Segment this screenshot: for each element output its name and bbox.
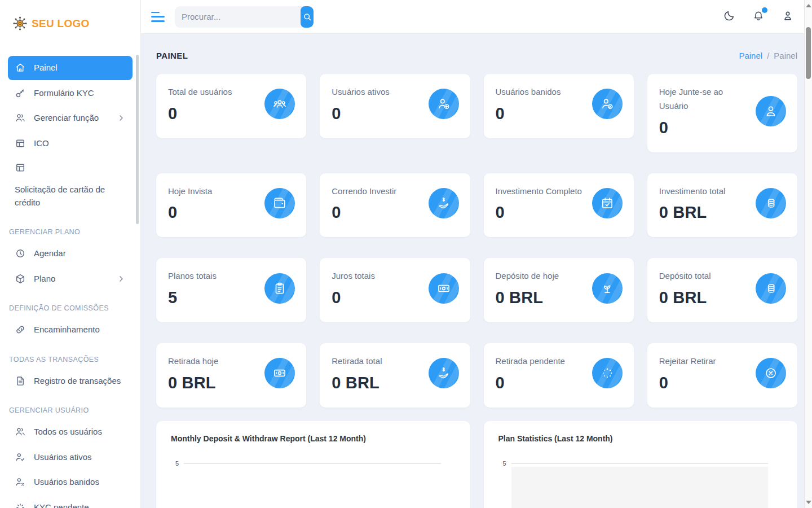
sidebar-item-label: Todos os usuários	[34, 426, 126, 439]
stat-info: Planos totais5	[168, 269, 259, 307]
stat-icon-circle	[756, 273, 786, 304]
sidebar-item-usuarios-ativos[interactable]: Usuários ativos	[8, 445, 133, 470]
stat-title: Usuários ativos	[332, 85, 422, 99]
sidebar-item-usuarios-banidos[interactable]: Usuários banidos	[8, 470, 133, 494]
scroll-up-arrow-icon[interactable]	[806, 4, 811, 7]
chart-plot-area: 5	[171, 460, 456, 467]
wallet-icon	[272, 196, 287, 211]
stat-info: Usuários ativos0	[332, 85, 422, 123]
breadcrumb: Painel / Painel	[739, 51, 797, 60]
sidebar-section-gerenciar-usuario: GERENCIAR USUÁRIO	[9, 406, 131, 414]
scroll-down-arrow-icon[interactable]	[806, 501, 811, 504]
brand-logo-icon	[12, 16, 28, 31]
stat-info: Hoje Junte-se ao Usuário0	[659, 85, 750, 137]
money-bill-icon	[272, 366, 287, 380]
notifications-button[interactable]	[751, 10, 766, 24]
sidebar-item-encaminhamento[interactable]: Encaminhamento	[8, 318, 133, 342]
stat-card-retirada-hoje: Retirada hoje0 BRL	[156, 343, 306, 408]
clipboard-icon	[272, 281, 287, 296]
sidebar-item-registro-de-transacoes[interactable]: Registro de transações	[8, 369, 133, 393]
sidebar-nav: PainelFormulário KYCGerenciar funçãoICOS…	[8, 56, 133, 508]
sidebar-item-todos-os-usuarios[interactable]: Todos os usuários	[8, 420, 133, 444]
stat-icon-circle	[264, 89, 295, 119]
search-input[interactable]	[175, 12, 301, 21]
sidebar-item-formulario-kyc[interactable]: Formulário KYC	[8, 81, 133, 106]
user-x-badge-icon	[600, 97, 615, 111]
sidebar-item-solicitacao-de-cartao-de-credito[interactable]: Solicitação de cartão de crédito	[8, 156, 133, 214]
dark-mode-button[interactable]	[722, 10, 736, 24]
sidebar-item-gerenciar-funcao[interactable]: Gerenciar função	[8, 106, 133, 130]
breadcrumb-current: Painel	[774, 51, 797, 60]
brand[interactable]: SEU LOGO	[8, 0, 133, 37]
main-column: PAINEL Painel / Painel Total de usuários…	[141, 0, 812, 508]
stat-icon-circle	[429, 273, 459, 304]
user-plus-icon	[436, 97, 451, 111]
sidebar-item-label: Usuários banidos	[34, 476, 126, 489]
stat-title: Total de usuários	[168, 85, 259, 99]
stat-card-hoje-junte-se-ao-usuario: Hoje Junte-se ao Usuário0	[647, 74, 797, 152]
user-icon	[782, 10, 794, 22]
stat-card-hoje-invista: Hoje Invista0	[156, 173, 306, 238]
file-text-icon	[15, 375, 26, 387]
sidebar-item-label: Plano	[34, 273, 109, 286]
users-group-icon	[272, 97, 287, 111]
stat-icon-circle	[592, 188, 623, 218]
gridline	[511, 463, 769, 464]
stat-value: 0	[496, 203, 586, 222]
breadcrumb-link[interactable]: Painel	[739, 51, 762, 60]
stat-value: 0	[496, 374, 586, 392]
stat-icon-circle	[264, 188, 295, 218]
search-button[interactable]	[301, 6, 314, 28]
top-bar	[141, 0, 812, 34]
clock-icon	[15, 248, 26, 259]
search-icon	[302, 12, 312, 22]
sidebar-item-ico[interactable]: ICO	[8, 132, 133, 156]
sidebar-item-label: Formulário KYC	[34, 87, 126, 100]
sidebar-item-agendar[interactable]: Agendar	[8, 242, 133, 266]
stat-title: Investimento Completo	[496, 185, 586, 199]
stat-title: Retirada hoje	[168, 354, 259, 369]
stat-info: Usuários banidos0	[496, 85, 586, 123]
stat-value: 5	[168, 288, 259, 307]
stat-info: Retirada total0 BRL	[332, 354, 422, 392]
box-icon	[15, 273, 26, 284]
hand-dollar-icon	[436, 366, 451, 380]
layout-icon	[15, 162, 26, 173]
stat-info: Total de usuários0	[168, 85, 259, 123]
window-scrollbar[interactable]	[804, 0, 812, 508]
stat-value: 0 BRL	[659, 203, 750, 222]
page-title: PAINEL	[156, 51, 188, 60]
stat-title: Hoje Junte-se ao Usuário	[659, 85, 750, 113]
sidebar-item-plano[interactable]: Plano	[8, 267, 133, 291]
stat-title: Usuários banidos	[496, 85, 586, 99]
chart-title: Monthly Deposit & Withdraw Report (Last …	[171, 434, 456, 443]
stat-card-investimento-completo: Investimento Completo0	[484, 173, 634, 238]
sidebar-item-kyc-pendente[interactable]: KYC pendente	[8, 496, 133, 508]
stat-title: Hoje Invista	[168, 185, 259, 199]
stat-card-planos-totais: Planos totais5	[156, 258, 306, 322]
page-head: PAINEL Painel / Painel	[156, 51, 797, 60]
stat-value: 0	[168, 203, 259, 222]
stat-info: Retirada pendente0	[496, 354, 586, 392]
sidebar-item-label: Usuários ativos	[34, 451, 126, 464]
menu-toggle-icon[interactable]	[151, 12, 165, 22]
scrollbar-thumb[interactable]	[806, 27, 811, 79]
profile-button[interactable]	[780, 10, 795, 24]
chevron-right-icon	[117, 113, 126, 122]
breadcrumb-separator: /	[767, 51, 769, 60]
stat-info: Investimento total0 BRL	[659, 185, 750, 222]
calendar-check-icon	[600, 196, 615, 211]
moon-icon	[723, 10, 735, 22]
sidebar-scrollbar-thumb[interactable]	[136, 55, 139, 224]
stat-card-juros-totais: Juros totais0	[320, 258, 470, 322]
circle-x-icon	[764, 366, 778, 380]
stat-card-usuarios-ativos: Usuários ativos0	[320, 74, 470, 138]
stat-info: Rejeitar Retirar0	[659, 354, 750, 392]
sidebar-section-definicao-de-comissoes: DEFINIÇÃO DE COMISSÕES	[9, 304, 131, 312]
y-axis-tick: 5	[171, 460, 179, 467]
stat-icon-circle	[592, 358, 623, 388]
sidebar: SEU LOGO PainelFormulário KYCGerenciar f…	[0, 0, 141, 508]
stat-title: Retirada pendente	[496, 354, 586, 369]
stat-card-investimento-total: Investimento total0 BRL	[647, 173, 797, 238]
sidebar-item-painel[interactable]: Painel	[8, 56, 133, 80]
